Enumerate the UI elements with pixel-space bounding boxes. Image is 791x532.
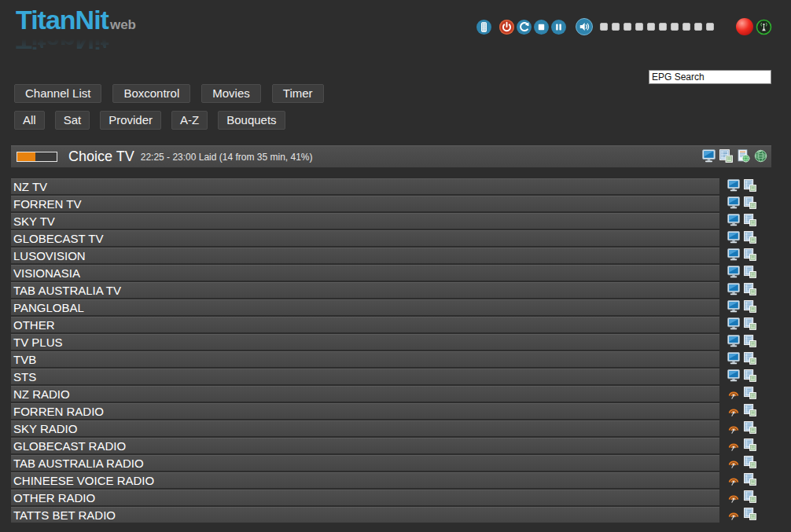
channel-row-actions (727, 179, 756, 194)
zap-channel-button[interactable] (727, 369, 740, 384)
channel-epg-button[interactable] (744, 231, 756, 246)
filter-provider-button[interactable]: Provider (100, 111, 161, 130)
epg-pages-icon (744, 300, 756, 315)
power-button[interactable] (499, 20, 514, 35)
zap-channel-button[interactable] (727, 214, 740, 229)
pause-button[interactable] (551, 20, 566, 35)
volume-segment[interactable] (659, 23, 667, 31)
zap-channel-button[interactable] (727, 335, 740, 350)
zap-channel-button[interactable] (727, 317, 740, 332)
stop-button[interactable] (534, 20, 549, 35)
zap-channel-button[interactable] (727, 421, 740, 436)
zap-channel-button[interactable] (727, 438, 740, 453)
globe-button[interactable] (754, 149, 767, 165)
channel-name[interactable]: PANGLOBAL (11, 299, 719, 315)
channel-epg-button[interactable] (744, 214, 756, 229)
epg-pages-icon (744, 369, 756, 384)
zap-channel-button[interactable] (727, 387, 740, 402)
zap-channel-button[interactable] (727, 473, 740, 488)
channel-name[interactable]: TAB AUSTRALIA RADIO (11, 455, 719, 471)
channel-epg-button[interactable] (744, 352, 756, 367)
zap-channel-button[interactable] (727, 283, 740, 298)
signal-button[interactable] (756, 19, 772, 35)
nav-boxcontrol-button[interactable]: Boxcontrol (112, 84, 190, 103)
volume-segment[interactable] (682, 23, 690, 31)
zap-channel-button[interactable] (727, 456, 740, 471)
channel-epg-button[interactable] (744, 300, 756, 315)
speaker-button[interactable] (576, 18, 593, 35)
channel-name[interactable]: TV PLUS (11, 334, 719, 350)
volume-segment[interactable] (706, 23, 714, 31)
channel-name[interactable]: TVB (11, 351, 719, 367)
nav-channel-list-button[interactable]: Channel List (14, 84, 101, 103)
tv-monitor-icon (727, 283, 740, 298)
reload-button[interactable] (517, 20, 532, 35)
zap-channel-button[interactable] (727, 266, 740, 281)
web-epg-button[interactable] (737, 149, 750, 165)
channel-name[interactable]: CHINEESE VOICE RADIO (11, 472, 719, 488)
channel-name[interactable]: LUSOVISION (11, 248, 719, 263)
logo-title: TitanNit (16, 5, 109, 35)
filter-az-button[interactable]: A-Z (171, 111, 208, 130)
zap-channel-button[interactable] (727, 248, 740, 263)
channel-epg-button[interactable] (744, 456, 756, 471)
channel-epg-button[interactable] (744, 404, 756, 419)
channel-name[interactable]: OTHER (11, 317, 719, 332)
filter-bouquets-button[interactable]: Bouquets (218, 111, 285, 130)
channel-name[interactable]: SKY RADIO (11, 420, 719, 436)
volume-segment[interactable] (694, 23, 702, 31)
channel-name[interactable]: TATTS BET RADIO (11, 507, 719, 523)
stream-tv-button[interactable] (702, 149, 716, 165)
channel-epg-button[interactable] (744, 283, 756, 298)
nav-timer-button[interactable]: Timer (272, 84, 324, 103)
zap-channel-button[interactable] (727, 490, 740, 505)
channel-name[interactable]: GLOBECAST RADIO (11, 438, 719, 453)
volume-segment[interactable] (600, 23, 608, 31)
channel-epg-button[interactable] (744, 179, 756, 194)
channel-epg-button[interactable] (744, 508, 756, 523)
channel-epg-button[interactable] (744, 266, 756, 281)
filter-all-button[interactable]: All (14, 111, 45, 130)
zap-channel-button[interactable] (727, 196, 740, 211)
channel-epg-button[interactable] (744, 248, 756, 263)
channel-row: TAB AUSTRALIA TV (11, 282, 756, 298)
volume-segment[interactable] (624, 23, 631, 31)
channel-row: TATTS BET RADIO (11, 507, 756, 523)
nav-movies-button[interactable]: Movies (201, 84, 261, 103)
zap-channel-button[interactable] (727, 300, 740, 315)
channel-name[interactable]: FORREN TV (11, 196, 719, 211)
remote-control-button[interactable] (476, 20, 491, 35)
channel-epg-button[interactable] (744, 421, 756, 436)
channel-name[interactable]: SKY TV (11, 213, 719, 229)
zap-channel-button[interactable] (727, 508, 740, 523)
channel-epg-button[interactable] (744, 317, 756, 332)
tv-monitor-icon (702, 149, 716, 165)
channel-epg-button[interactable] (744, 473, 756, 488)
volume-segment[interactable] (612, 23, 620, 31)
channel-epg-button[interactable] (744, 490, 756, 505)
volume-segment[interactable] (671, 23, 679, 31)
channel-epg-button[interactable] (744, 196, 756, 211)
volume-segment[interactable] (647, 23, 655, 31)
channel-name[interactable]: VISIONASIA (11, 265, 719, 281)
epg-search-input[interactable] (649, 70, 771, 84)
channel-name[interactable]: TAB AUSTRALIA TV (11, 282, 719, 298)
channel-row: OTHER RADIO (11, 490, 756, 505)
channel-name[interactable]: STS (11, 369, 719, 384)
channel-name[interactable]: GLOBECAST TV (11, 230, 719, 246)
channel-epg-button[interactable] (744, 387, 756, 402)
channel-epg-button[interactable] (744, 335, 756, 350)
channel-name[interactable]: OTHER RADIO (11, 490, 719, 505)
channel-name[interactable]: FORREN RADIO (11, 403, 719, 419)
zap-channel-button[interactable] (727, 404, 740, 419)
zap-channel-button[interactable] (727, 231, 740, 246)
channel-epg-button[interactable] (744, 438, 756, 453)
channel-name[interactable]: NZ RADIO (11, 386, 719, 402)
zap-channel-button[interactable] (727, 352, 740, 367)
filter-sat-button[interactable]: Sat (55, 111, 90, 130)
epg-list-button[interactable] (719, 149, 733, 165)
zap-channel-button[interactable] (727, 179, 740, 194)
channel-epg-button[interactable] (744, 369, 756, 384)
volume-segment[interactable] (635, 23, 643, 31)
channel-name[interactable]: NZ TV (11, 178, 719, 194)
